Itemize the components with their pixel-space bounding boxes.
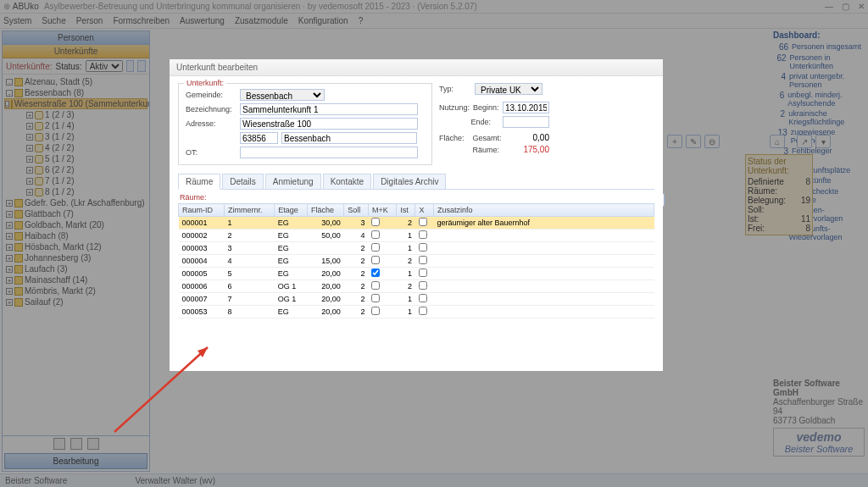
rooms-col[interactable]: Etage: [275, 204, 308, 217]
tree-row[interactable]: -Alzenau, Stadt (5): [4, 76, 147, 87]
x-checkbox[interactable]: [419, 268, 427, 277]
persons-header[interactable]: Personen: [3, 31, 149, 45]
tree-row[interactable]: +2 (1 / 4): [4, 120, 147, 131]
tree-row[interactable]: +1 (2 / 3): [4, 109, 147, 120]
tree-row[interactable]: +3 (1 / 2): [4, 131, 147, 142]
mk-checkbox[interactable]: [371, 281, 380, 290]
tree-action1-button[interactable]: [53, 438, 65, 450]
rooms-row[interactable]: 0000066OG 120,0022: [179, 280, 654, 293]
rooms-col[interactable]: Zusatzinfo: [434, 204, 654, 217]
menu-formschreiben[interactable]: Formschreiben: [113, 16, 170, 25]
tree-row[interactable]: +Mömbris, Markt (2): [4, 285, 147, 296]
menu-suche[interactable]: Suche: [42, 16, 65, 25]
rooms-row[interactable]: 0000538EG20,0021: [179, 306, 654, 318]
etagen-add-button[interactable]: ＋: [667, 135, 682, 148]
tree-row[interactable]: +Glattbach (7): [4, 208, 147, 219]
rooms-row[interactable]: 0000077OG 120,0021: [179, 293, 654, 306]
plz-input[interactable]: [240, 132, 278, 144]
tree-row[interactable]: +4 (2 / 2): [4, 142, 147, 153]
tree-row[interactable]: -Bessenbach (8): [4, 87, 147, 98]
dashboard-item[interactable]: 6unbegl. minderj. Asylsuchende: [773, 91, 865, 108]
ot-input[interactable]: [240, 147, 418, 158]
dashboard-item[interactable]: 2ukrainische Kriegsflüchtlinge: [773, 109, 865, 126]
x-checkbox[interactable]: [419, 243, 427, 252]
tab-räume[interactable]: Räume: [178, 174, 220, 190]
mk-checkbox[interactable]: [371, 268, 380, 277]
menu-konfiguration[interactable]: Konfiguration: [298, 16, 348, 25]
x-checkbox[interactable]: [419, 218, 427, 226]
rooms-col[interactable]: Ist: [397, 204, 415, 217]
rooms-col[interactable]: Fläche: [308, 204, 344, 217]
ende-input[interactable]: [503, 116, 549, 128]
tab-digitales-archiv[interactable]: Digitales Archiv: [373, 174, 446, 189]
rooms-row[interactable]: 0000011EG30,0032geräumiger alter Bauernh…: [179, 217, 654, 230]
rooms-row[interactable]: 0000055EG20,0021: [179, 268, 654, 280]
gemeinde-select[interactable]: Bessenbach: [240, 89, 325, 101]
tree-row[interactable]: +6 (2 / 2): [4, 164, 147, 175]
tree-row[interactable]: +Gdefr. Geb. (Lkr Aschaffenburg): [4, 197, 147, 208]
tree-row[interactable]: +Sailauf (2): [4, 296, 147, 307]
tree-row[interactable]: +8 (1 / 2): [4, 186, 147, 197]
tree-row[interactable]: +Laufach (3): [4, 263, 147, 274]
tree-row[interactable]: +5 (1 / 2): [4, 153, 147, 164]
typ-select[interactable]: Private UK: [475, 83, 542, 95]
mk-checkbox[interactable]: [371, 243, 380, 252]
tab-anmietung[interactable]: Anmietung: [265, 174, 321, 189]
tree-action3-button[interactable]: [87, 438, 99, 450]
edit-mode-button[interactable]: Bearbeitung: [4, 453, 147, 469]
window-minimize-button[interactable]: —: [825, 2, 833, 11]
menu-person[interactable]: Person: [76, 16, 103, 25]
menu-?[interactable]: ?: [359, 16, 364, 25]
x-checkbox[interactable]: [419, 307, 427, 315]
dropdown-button[interactable]: ▾: [815, 135, 831, 148]
x-checkbox[interactable]: [419, 281, 427, 290]
home-button[interactable]: ⌂: [770, 135, 785, 148]
dashboard-item[interactable]: 4privat untergebr. Personen: [773, 72, 865, 89]
tree-action2-button[interactable]: [70, 438, 82, 450]
rooms-row[interactable]: 0000044EG15,0022: [179, 255, 654, 268]
expand-all-button[interactable]: [126, 60, 135, 72]
mk-checkbox[interactable]: [371, 230, 380, 239]
dashboard-item[interactable]: 62Personen in Unterkünften: [773, 53, 865, 70]
strasse-input[interactable]: [240, 118, 418, 130]
dashboard-title: Dashboard:: [773, 30, 865, 40]
rooms-col[interactable]: X: [415, 204, 434, 217]
status-select[interactable]: Aktiv: [86, 60, 123, 72]
ort-input[interactable]: [281, 132, 417, 144]
etagen-edit-button[interactable]: ✎: [686, 135, 701, 148]
rooms-col[interactable]: Soll: [344, 204, 369, 217]
rooms-row[interactable]: 0000022EG50,0041: [179, 230, 654, 242]
dashboard-item[interactable]: 66Personen insgesamt: [773, 42, 865, 52]
external-button[interactable]: ↗: [797, 135, 812, 148]
window-close-button[interactable]: ✕: [858, 2, 865, 11]
menu-auswertung[interactable]: Auswertung: [180, 16, 225, 25]
rooms-row[interactable]: 0000033EG21: [179, 242, 654, 255]
menu-zusatzmodule[interactable]: Zusatzmodule: [235, 16, 288, 25]
mk-checkbox[interactable]: [371, 307, 380, 315]
tree-row[interactable]: -Wiesenstraße 100 (Sammelunterkunft 1)…: [4, 98, 147, 109]
window-maximize-button[interactable]: ▢: [842, 2, 849, 11]
tab-details[interactable]: Details: [222, 174, 264, 189]
x-checkbox[interactable]: [419, 294, 427, 302]
mk-checkbox[interactable]: [371, 218, 380, 226]
tree-row[interactable]: +7 (1 / 2): [4, 175, 147, 186]
beginn-input[interactable]: [503, 102, 549, 113]
rooms-col[interactable]: M+K: [368, 204, 396, 217]
mk-checkbox[interactable]: [371, 294, 380, 302]
accommodations-header[interactable]: Unterkünfte: [3, 45, 149, 58]
tree-row[interactable]: +Mainaschaff (14): [4, 274, 147, 285]
x-checkbox[interactable]: [419, 230, 427, 239]
tree-row[interactable]: +Hösbach, Markt (12): [4, 241, 147, 252]
bezeichnung-input[interactable]: [240, 103, 418, 115]
menu-system[interactable]: System: [3, 16, 31, 25]
rooms-col[interactable]: Raum-ID: [179, 204, 225, 217]
etagen-delete-button[interactable]: ⊖: [704, 135, 720, 148]
mk-checkbox[interactable]: [371, 256, 380, 264]
tree-row[interactable]: +Haibach (8): [4, 230, 147, 241]
tree-row[interactable]: +Goldbach, Markt (20): [4, 219, 147, 230]
x-checkbox[interactable]: [419, 256, 427, 264]
tab-kontakte[interactable]: Kontakte: [323, 174, 371, 189]
tree-row[interactable]: +Johannesberg (3): [4, 252, 147, 263]
collapse-all-button[interactable]: [137, 60, 146, 72]
rooms-col[interactable]: Zimmernr.: [224, 204, 274, 217]
